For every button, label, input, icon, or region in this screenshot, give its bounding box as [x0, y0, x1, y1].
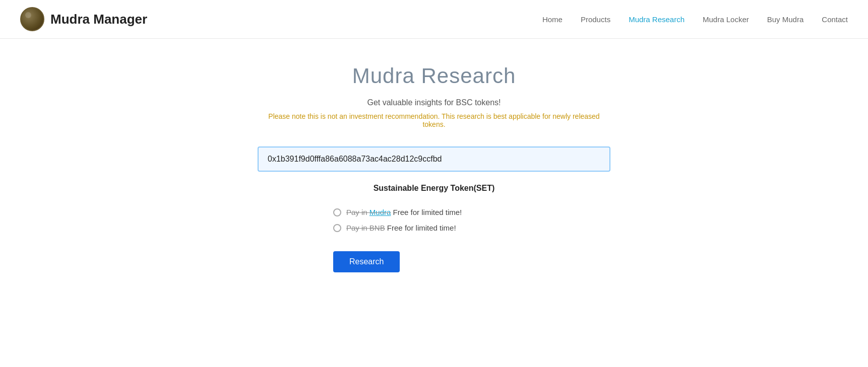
- disclaimer-text: Please note this is not an investment re…: [258, 112, 610, 128]
- logo-icon: [20, 7, 44, 31]
- nav-mudra-locker[interactable]: Mudra Locker: [703, 15, 749, 24]
- payment-option-mudra: Pay in Mudra Free for limited time!: [333, 208, 462, 216]
- token-address-input[interactable]: [258, 146, 610, 172]
- token-name-label: Sustainable Energy Token(SET): [374, 184, 495, 193]
- payment-option-bnb: Pay in BNB Free for limited time!: [333, 224, 462, 232]
- main-nav: Home Products Mudra Research Mudra Locke…: [542, 15, 848, 24]
- nav-products[interactable]: Products: [581, 15, 610, 24]
- payment-bnb-label: Pay in BNB Free for limited time!: [346, 224, 456, 232]
- radio-bnb[interactable]: [333, 224, 341, 232]
- nav-home[interactable]: Home: [542, 15, 563, 24]
- radio-mudra[interactable]: [333, 208, 341, 216]
- research-button[interactable]: Research: [333, 251, 400, 272]
- nav-mudra-research[interactable]: Mudra Research: [629, 15, 685, 24]
- nav-contact[interactable]: Contact: [822, 15, 848, 24]
- nav-buy-mudra[interactable]: Buy Mudra: [767, 15, 804, 24]
- payment-options: Pay in Mudra Free for limited time! Pay …: [333, 208, 462, 232]
- main-content: Mudra Research Get valuable insights for…: [0, 39, 868, 292]
- logo-text: Mudra Manager: [50, 12, 147, 27]
- logo-area: Mudra Manager: [20, 7, 147, 31]
- payment-mudra-label: Pay in Mudra Free for limited time!: [346, 208, 462, 216]
- subtitle-text: Get valuable insights for BSC tokens!: [367, 98, 501, 107]
- site-header: Mudra Manager Home Products Mudra Resear…: [0, 0, 868, 39]
- page-title: Mudra Research: [352, 64, 516, 88]
